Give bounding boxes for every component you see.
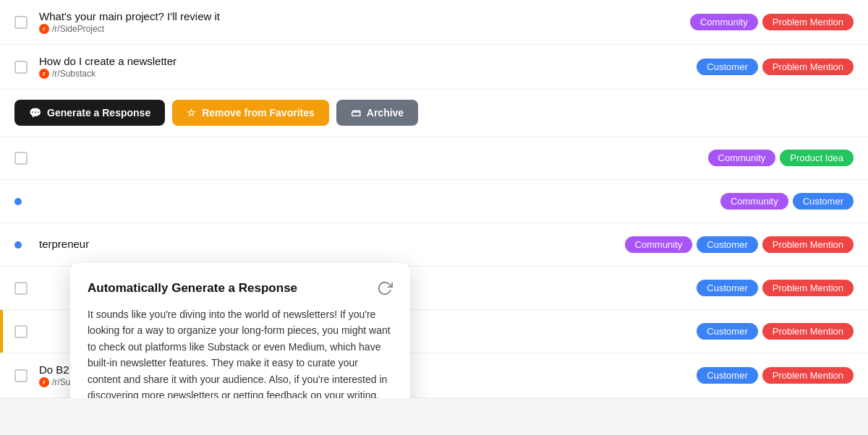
row-tags: Community Customer — [720, 193, 854, 210]
row-tags: Customer Problem Mention — [697, 280, 854, 296]
tag-problem-mention: Problem Mention — [762, 323, 854, 340]
row-checkbox[interactable] — [14, 61, 27, 74]
row-checkbox[interactable] — [14, 282, 27, 295]
row-content: How do I create a newsletter /r/Substack — [39, 55, 697, 79]
archive-icon: 🗃 — [351, 107, 361, 119]
tag-problem-mention: Problem Mention — [762, 236, 854, 253]
row-tags: Community Problem Mention — [690, 14, 854, 30]
tag-customer: Customer — [697, 323, 757, 340]
unread-dot — [14, 198, 22, 205]
tag-problem-mention: Problem Mention — [762, 367, 854, 384]
tag-community: Community — [690, 14, 758, 30]
tag-customer: Customer — [793, 193, 854, 210]
list-row: What's your main project? I'll review it… — [0, 0, 868, 45]
archive-button[interactable]: 🗃 Archive — [336, 100, 418, 126]
generate-icon: 💬 — [29, 107, 41, 119]
row-checkbox[interactable] — [14, 16, 27, 29]
generate-response-popup: Automatically Generate a Response It sou… — [70, 263, 410, 398]
list-row: Community Customer — [0, 180, 868, 223]
row-tags: Customer Problem Mention — [697, 323, 854, 340]
action-toolbar: 💬 Generate a Response ☆ Remove from Favo… — [0, 90, 868, 137]
row-checkbox[interactable] — [14, 152, 27, 165]
row-title: How do I create a newsletter — [39, 55, 697, 67]
list-container: What's your main project? I'll review it… — [0, 0, 868, 398]
row-tags: Community Customer Problem Mention — [625, 236, 854, 253]
remove-favorites-button[interactable]: ☆ Remove from Favorites — [172, 100, 329, 126]
row-subreddit: /r/Substack — [39, 69, 697, 79]
tag-problem-mention: Problem Mention — [762, 14, 854, 30]
popup-header: Automatically Generate a Response — [88, 280, 393, 296]
popup-body: It sounds like you're diving into the wo… — [88, 306, 393, 398]
row-content: terpreneur — [39, 238, 625, 251]
tag-customer: Customer — [697, 59, 757, 75]
reddit-icon — [39, 24, 49, 34]
star-icon: ☆ — [187, 107, 196, 119]
list-row: Community Product Idea Automatically Gen… — [0, 137, 868, 180]
tag-community: Community — [720, 193, 788, 210]
tag-problem-mention: Problem Mention — [762, 59, 854, 75]
tag-problem-mention: Problem Mention — [762, 280, 854, 296]
row-tags: Community Product Idea — [708, 150, 854, 166]
row-title: What's your main project? I'll review it — [39, 10, 690, 22]
tag-customer: Customer — [697, 236, 757, 253]
generate-response-button[interactable]: 💬 Generate a Response — [14, 100, 165, 126]
tag-community: Community — [708, 150, 776, 166]
row-checkbox[interactable] — [14, 369, 27, 382]
tag-customer: Customer — [697, 280, 757, 296]
list-row: terpreneur Community Customer Problem Me… — [0, 223, 868, 267]
row-checkbox[interactable] — [14, 325, 27, 338]
row-title: terpreneur — [39, 238, 625, 250]
reddit-icon — [39, 69, 49, 79]
row-tags: Customer Problem Mention — [697, 59, 854, 75]
row-subreddit: /r/SideProject — [39, 24, 690, 34]
reddit-icon — [39, 377, 49, 387]
row-content: What's your main project? I'll review it… — [39, 10, 690, 34]
popup-title: Automatically Generate a Response — [88, 281, 297, 296]
unread-dot — [14, 241, 22, 249]
list-row: How do I create a newsletter /r/Substack… — [0, 45, 868, 90]
row-tags: Customer Problem Mention — [697, 367, 854, 384]
refresh-icon[interactable] — [377, 280, 393, 296]
tag-customer: Customer — [697, 367, 757, 384]
tag-community: Community — [625, 236, 693, 253]
tag-product-idea: Product Idea — [780, 150, 854, 166]
